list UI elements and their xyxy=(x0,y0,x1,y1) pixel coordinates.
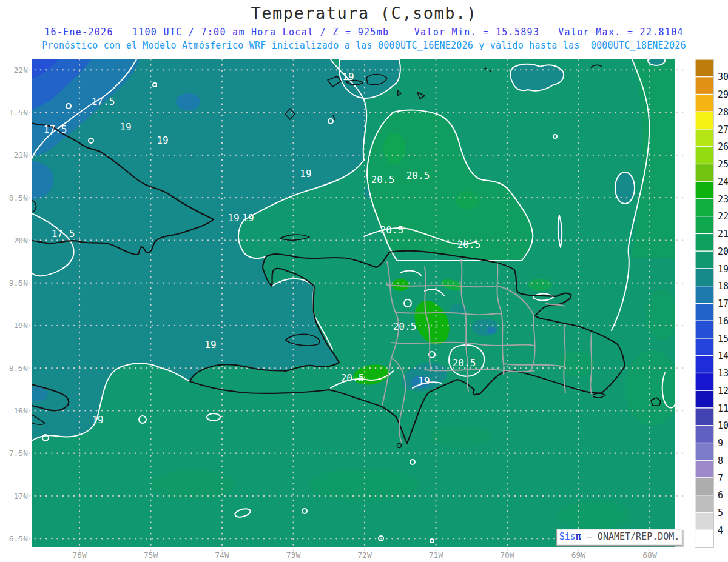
colorbar-segment-8-9 xyxy=(695,443,713,461)
contour-value-label: 19 xyxy=(92,414,103,426)
field-warm-ssea3 xyxy=(558,500,631,530)
field-blue-sw xyxy=(28,387,47,401)
temperature-map-plot: 17.517.519191919191917.520.520.520.520.5… xyxy=(0,0,728,562)
contour-value-label: 20.5 xyxy=(380,224,404,236)
watermark-agency-text: – ONAMET/REP.DOM. xyxy=(581,531,680,542)
field-mtn-blue2 xyxy=(487,327,496,334)
field-warm-ssea1 xyxy=(308,468,420,502)
colorbar-tick-label: 24 xyxy=(718,176,728,187)
colorbar-tick-label: 23 xyxy=(718,194,728,205)
colorbar-segment-14-15 xyxy=(695,338,713,356)
lon-tick-label: 72W xyxy=(357,550,372,560)
colorbar-segment-17-18 xyxy=(695,286,713,304)
colorbar-segment-25-26 xyxy=(695,147,713,164)
colorbar-segment-5-6 xyxy=(695,495,713,513)
field-valley-green2 xyxy=(392,279,409,291)
lat-tick-label: 19N xyxy=(14,321,28,330)
colorbar-segment-13-14 xyxy=(695,356,713,373)
weather-map-page: Temperatura (C,somb.) 16-Ene-2026 1100 U… xyxy=(0,0,728,562)
colorbar-tick-label: 8 xyxy=(718,455,723,466)
lat-tick-label: 20N xyxy=(14,236,28,245)
colorbar-segment-16-17 xyxy=(695,304,713,321)
contour-value-label: 19 xyxy=(157,135,168,146)
contour-value-label: 19 xyxy=(418,375,430,387)
lon-tick-label: 69W xyxy=(571,550,586,560)
lat-tick-label: 21N xyxy=(14,150,28,159)
lon-tick-label: 71W xyxy=(429,550,443,560)
colorbar-segment-20-21 xyxy=(695,234,713,252)
contour-value-label: 19 xyxy=(228,212,239,224)
colorbar-tick-label: 22 xyxy=(718,211,728,222)
colorbar-segment-15-16 xyxy=(695,321,713,338)
colorbar-segment-29-30 xyxy=(695,77,713,95)
colorbar-tick-label: 9 xyxy=(718,438,723,449)
contour-value-label: 20.5 xyxy=(457,239,481,250)
colorbar-tick-label: 6 xyxy=(718,490,723,501)
colorbar: 3029282726252423222120191817161514131211… xyxy=(695,59,728,548)
colorbar-tick-label: 26 xyxy=(718,141,728,152)
lat-tick-label: 0.5N xyxy=(9,193,28,202)
contour-value-label: 17.5 xyxy=(92,96,115,107)
lon-tick-label: 73W xyxy=(286,550,301,560)
contour-value-label: 19 xyxy=(242,212,254,224)
colorbar-segment-23-24 xyxy=(695,181,713,199)
colorbar-segment-27-28 xyxy=(695,112,713,129)
contour-value-label: 19 xyxy=(342,71,354,82)
lon-tick-label: 75W xyxy=(144,550,158,560)
lat-tick-label: 6.5N xyxy=(9,534,28,543)
field-mtn-teal2 xyxy=(472,319,499,336)
contour-value-label: 19 xyxy=(204,339,216,350)
lat-tick-label: 7.5N xyxy=(9,449,28,458)
colorbar-segment-4-5 xyxy=(695,513,713,530)
field-warm-e xyxy=(646,290,676,341)
colorbar-segment-<4 xyxy=(695,530,713,547)
lat-tick-label: 18N xyxy=(14,406,28,415)
watermark-sispi: Sisπ – ONAMET/REP.DOM. xyxy=(556,529,682,546)
colorbar-segment-6-7 xyxy=(695,478,713,495)
colorbar-tick-label: 11 xyxy=(718,403,728,414)
contour-value-label: 17.5 xyxy=(52,228,75,239)
contour-value-label: 20.5 xyxy=(371,174,395,186)
lon-tick-label: 76W xyxy=(72,550,87,560)
colorbar-segment-12-13 xyxy=(695,373,713,391)
field-blue-spot xyxy=(176,93,200,110)
contour-value-label: 20.5 xyxy=(406,170,430,181)
colorbar-tick-label: 10 xyxy=(718,420,728,431)
contour-value-label: 19 xyxy=(120,121,131,133)
colorbar-tick-label: 28 xyxy=(718,107,728,118)
colorbar-segment-22-23 xyxy=(695,199,713,216)
lat-tick-label: 1.5N xyxy=(9,108,28,117)
colorbar-tick-label: 21 xyxy=(718,229,728,239)
field-warm-inner2 xyxy=(455,191,479,209)
contour-value-label: 20.5 xyxy=(393,321,417,332)
lon-tick-label: 74W xyxy=(215,550,229,560)
colorbar-tick-label: 5 xyxy=(718,507,723,518)
colorbar-segment-21-22 xyxy=(695,216,713,234)
colorbar-tick-label: 18 xyxy=(718,281,728,292)
colorbar-segment-26-27 xyxy=(695,129,713,147)
field-warm-ssea2 xyxy=(152,470,237,500)
watermark-sis-text: Sis xyxy=(559,531,576,542)
colorbar-tick-label: 29 xyxy=(718,89,728,100)
lat-tick-label: 8.5N xyxy=(9,364,28,373)
pi-icon: π xyxy=(576,531,581,542)
colorbar-tick-label: 19 xyxy=(718,264,728,275)
colorbar-tick-label: 27 xyxy=(718,124,728,135)
field-warm-ssea4 xyxy=(431,426,491,447)
colorbar-tick-label: 17 xyxy=(718,298,728,309)
colorbar-segment-9-10 xyxy=(695,426,713,443)
field-warm-se xyxy=(625,350,679,426)
colorbar-tick-label: 12 xyxy=(718,386,728,396)
colorbar-tick-label: 7 xyxy=(718,473,723,484)
colorbar-segment-28-29 xyxy=(695,95,713,112)
colorbar-tick-label: 16 xyxy=(718,316,728,327)
field-warm-inner1 xyxy=(383,133,405,164)
colorbar-tick-label: 15 xyxy=(718,333,728,344)
contour-value-label: 19 xyxy=(300,168,311,179)
colorbar-tick-label: 4 xyxy=(718,525,723,536)
colorbar-tick-label: 13 xyxy=(718,368,728,379)
contour-value-label: 20.5 xyxy=(341,372,365,384)
lon-tick-label: 70W xyxy=(500,550,514,560)
colorbar-segment-24-25 xyxy=(695,164,713,182)
contour-value-label: 17.5 xyxy=(44,124,67,135)
